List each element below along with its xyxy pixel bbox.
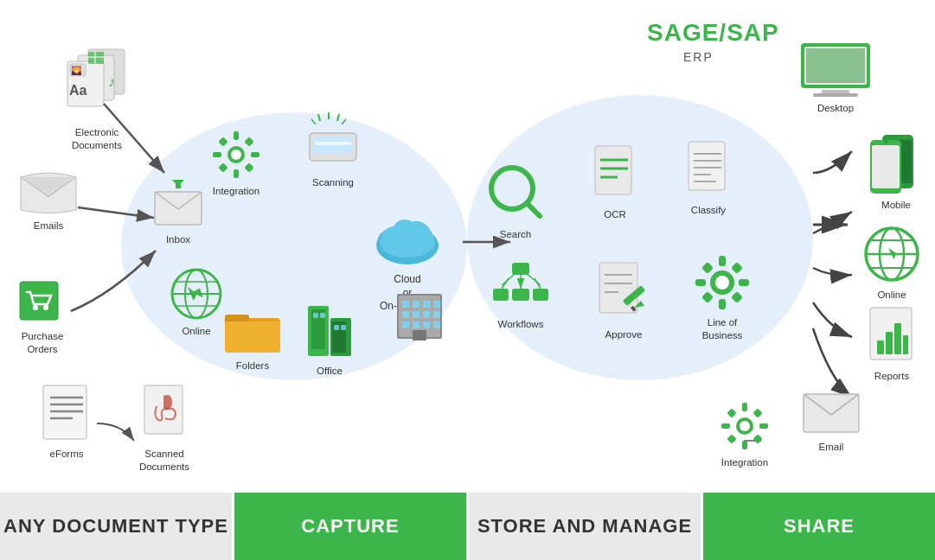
svg-rect-147 (433, 311, 440, 318)
svg-rect-81 (493, 289, 509, 301)
scanning-item: Scanning (303, 112, 363, 189)
svg-rect-142 (423, 301, 430, 308)
svg-rect-43 (315, 142, 351, 145)
online-capture-item: Online (169, 266, 224, 338)
svg-rect-125 (894, 323, 901, 354)
svg-rect-83 (533, 289, 548, 301)
svg-rect-27 (251, 152, 259, 157)
search-item: Search (486, 162, 545, 241)
approve-label: Approve (605, 328, 643, 341)
svg-line-44 (318, 114, 320, 121)
email-share-item: Email (800, 387, 862, 454)
online-capture-label: Online (182, 325, 210, 338)
svg-rect-56 (313, 313, 318, 318)
inbox-label: Inbox (166, 233, 190, 246)
svg-rect-100 (695, 279, 706, 286)
search-label: Search (500, 228, 531, 241)
workflows-label: Workflows (498, 318, 544, 331)
desktop-label: Desktop (817, 102, 854, 115)
svg-rect-30 (218, 162, 227, 172)
svg-rect-108 (806, 48, 865, 83)
svg-rect-58 (334, 325, 339, 330)
diagram: SAGE/SAP ERP ♪ 🌄 Aa ElectronicDocuments (0, 0, 935, 493)
band-2-label: CAPTURE (301, 515, 399, 538)
online-share-label: Online (877, 289, 906, 302)
classify-item: Classify (683, 138, 733, 217)
svg-rect-137 (752, 434, 762, 443)
folders-item: Folders (223, 306, 282, 372)
svg-line-46 (337, 114, 339, 121)
approve-item: Approve (592, 258, 655, 341)
svg-point-115 (884, 140, 887, 143)
office-label: Office (317, 365, 343, 378)
svg-rect-145 (413, 311, 419, 318)
ocr-item: OCR (590, 143, 640, 221)
svg-rect-26 (213, 152, 221, 157)
svg-rect-123 (877, 340, 884, 354)
svg-rect-25 (234, 169, 239, 178)
svg-rect-149 (413, 321, 419, 328)
integration-item: Integration (209, 128, 263, 198)
svg-rect-144 (402, 311, 409, 318)
svg-rect-126 (903, 335, 908, 354)
arrows-svg (0, 0, 935, 493)
svg-rect-141 (413, 301, 419, 308)
svg-rect-148 (402, 321, 409, 328)
svg-line-47 (311, 119, 316, 124)
mobile-item: Mobile (865, 128, 927, 212)
integration-label: Integration (213, 185, 259, 198)
svg-rect-89 (599, 263, 637, 313)
svg-rect-150 (423, 321, 430, 328)
office-item: Office (303, 302, 356, 378)
building-item (394, 285, 445, 344)
svg-point-97 (715, 276, 729, 290)
svg-rect-105 (731, 291, 743, 303)
svg-rect-99 (719, 299, 726, 309)
svg-rect-103 (731, 262, 743, 274)
svg-rect-31 (244, 162, 253, 172)
svg-rect-124 (886, 332, 893, 354)
band-store-and-manage: STORE AND MANAGE (469, 493, 701, 560)
band-1-label: ANY DOCUMENT TYPE (3, 515, 228, 538)
inbox-item: Inbox (151, 180, 205, 246)
svg-rect-102 (701, 262, 714, 274)
workflows-item: Workflows (491, 261, 550, 331)
integration-share-label: Integration (721, 456, 768, 469)
desktop-item: Desktop (797, 36, 874, 115)
svg-rect-28 (218, 137, 227, 146)
svg-rect-57 (320, 313, 325, 318)
band-share: SHARE (703, 493, 935, 560)
band-4-label: SHARE (784, 515, 855, 538)
mobile-label: Mobile (881, 199, 911, 212)
svg-point-67 (393, 220, 417, 244)
ocr-label: OCR (604, 208, 626, 221)
svg-rect-74 (688, 142, 725, 190)
svg-line-88 (521, 269, 541, 285)
band-any-document-type: ANY DOCUMENT TYPE (0, 493, 232, 560)
line-of-business-item: Line ofBusiness (692, 252, 752, 342)
svg-rect-70 (595, 146, 631, 194)
svg-rect-133 (759, 423, 768, 429)
svg-rect-29 (244, 137, 253, 146)
svg-rect-24 (234, 131, 239, 140)
band-3-label: STORE AND MANAGE (477, 515, 692, 538)
email-share-label: Email (819, 441, 844, 454)
svg-rect-131 (742, 441, 747, 449)
svg-rect-98 (719, 256, 726, 266)
svg-rect-152 (413, 330, 426, 340)
reports-item: Reports (865, 304, 919, 383)
svg-rect-136 (727, 434, 736, 443)
svg-rect-51 (225, 321, 280, 353)
folders-label: Folders (236, 360, 269, 372)
svg-rect-130 (742, 403, 747, 411)
svg-rect-151 (433, 321, 440, 328)
classify-label: Classify (691, 204, 726, 217)
svg-rect-134 (727, 408, 736, 417)
svg-rect-59 (341, 325, 346, 330)
scanning-label: Scanning (312, 176, 354, 189)
svg-rect-146 (423, 311, 430, 318)
svg-rect-135 (752, 408, 762, 417)
svg-point-129 (740, 421, 750, 431)
bottom-bands: ANY DOCUMENT TYPE CAPTURE STORE AND MANA… (0, 493, 935, 560)
svg-line-48 (342, 119, 346, 124)
